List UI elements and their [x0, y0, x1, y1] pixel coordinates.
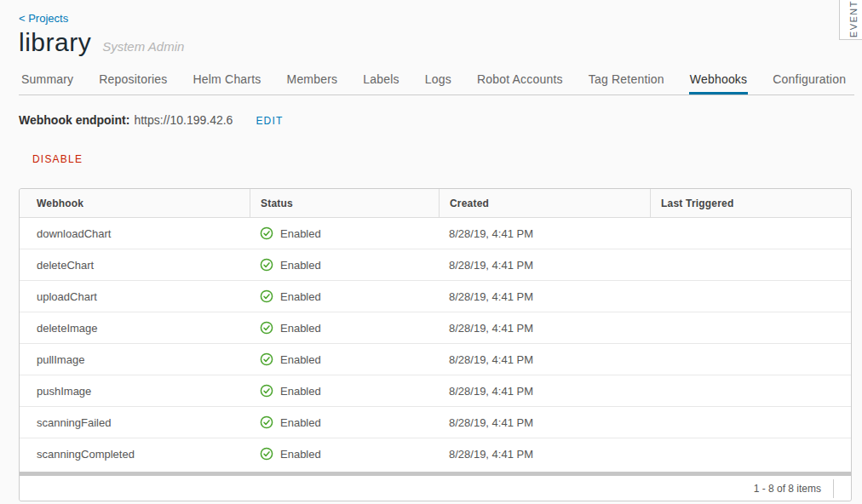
webhook-name-cell: pushImage: [20, 385, 250, 398]
success-check-icon: [260, 226, 273, 240]
endpoint-value: https://10.199.42.6: [134, 113, 233, 127]
column-header-created: Created: [439, 189, 650, 217]
success-check-icon: [260, 258, 273, 272]
webhook-created-cell: 8/28/19, 4:41 PM: [439, 290, 650, 303]
webhook-endpoint-row: Webhook endpoint: https://10.199.42.6 ED…: [19, 113, 862, 127]
table-row: downloadChart Enabled 8/28/19, 4:41 PM: [20, 218, 851, 249]
table-body: downloadChart Enabled 8/28/19, 4:41 PM d…: [20, 218, 851, 469]
tab-webhooks[interactable]: Webhooks: [689, 68, 749, 94]
event-log-flyout-tab[interactable]: EVENT: [839, 0, 862, 40]
tab-summary[interactable]: Summary: [20, 68, 74, 94]
webhook-status-text: Enabled: [280, 322, 321, 335]
webhook-name-cell: pullImage: [20, 353, 250, 366]
webhook-created-cell: 8/28/19, 4:41 PM: [439, 322, 650, 335]
page-title: library: [19, 28, 91, 57]
webhook-status-cell: Enabled: [250, 384, 439, 398]
footer-divider: [833, 479, 834, 498]
webhook-status-text: Enabled: [280, 290, 321, 303]
webhook-status-cell: Enabled: [250, 226, 439, 240]
column-header-last-triggered: Last Triggered: [650, 189, 851, 217]
edit-endpoint-button[interactable]: EDIT: [256, 115, 283, 127]
webhook-created-cell: 8/28/19, 4:41 PM: [439, 259, 650, 272]
webhook-name-cell: uploadChart: [20, 290, 250, 303]
tab-logs[interactable]: Logs: [424, 68, 452, 94]
column-header-webhook: Webhook: [20, 189, 250, 217]
webhook-created-cell: 8/28/19, 4:41 PM: [439, 353, 650, 366]
webhook-name-cell: deleteChart: [20, 259, 250, 272]
webhook-status-text: Enabled: [280, 227, 321, 240]
success-check-icon: [260, 384, 273, 398]
table-row: scanningFailed Enabled 8/28/19, 4:41 PM: [20, 406, 851, 438]
table-footer: 1 - 8 of 8 items: [20, 476, 851, 501]
table-row: pushImage Enabled 8/28/19, 4:41 PM: [20, 375, 851, 406]
webhook-status-cell: Enabled: [250, 415, 439, 429]
webhook-status-cell: Enabled: [250, 352, 439, 366]
table-row: uploadChart Enabled 8/28/19, 4:41 PM: [20, 280, 851, 312]
success-check-icon: [260, 289, 273, 303]
tab-configuration[interactable]: Configuration: [772, 68, 847, 94]
table-row: deleteChart Enabled 8/28/19, 4:41 PM: [20, 249, 851, 280]
webhook-created-cell: 8/28/19, 4:41 PM: [439, 385, 650, 398]
page-subtitle: System Admin: [102, 39, 184, 54]
webhook-status-cell: Enabled: [250, 447, 439, 461]
webhook-created-cell: 8/28/19, 4:41 PM: [439, 448, 650, 461]
webhook-status-text: Enabled: [280, 416, 321, 429]
webhook-status-cell: Enabled: [250, 289, 439, 303]
tab-tag-retention[interactable]: Tag Retention: [588, 68, 665, 94]
back-to-projects-link[interactable]: < Projects: [19, 12, 68, 25]
webhook-status-cell: Enabled: [250, 258, 439, 272]
tab-bar: SummaryRepositoriesHelm ChartsMembersLab…: [19, 68, 854, 95]
success-check-icon: [260, 352, 273, 366]
disable-button[interactable]: DISABLE: [32, 153, 83, 165]
tab-members[interactable]: Members: [286, 68, 339, 94]
tab-helm-charts[interactable]: Helm Charts: [193, 68, 262, 94]
page-header: library System Admin: [19, 28, 862, 57]
webhook-status-text: Enabled: [280, 385, 321, 398]
tab-repositories[interactable]: Repositories: [98, 68, 168, 94]
webhook-created-cell: 8/28/19, 4:41 PM: [439, 416, 650, 429]
webhook-status-text: Enabled: [280, 448, 321, 461]
tab-labels[interactable]: Labels: [362, 68, 399, 94]
webhook-name-cell: downloadChart: [20, 227, 250, 240]
tab-robot-accounts[interactable]: Robot Accounts: [476, 68, 564, 94]
table-row: scanningCompleted Enabled 8/28/19, 4:41 …: [20, 438, 851, 469]
webhook-status-cell: Enabled: [250, 321, 439, 335]
success-check-icon: [260, 447, 273, 461]
column-header-status: Status: [250, 189, 439, 217]
webhook-created-cell: 8/28/19, 4:41 PM: [439, 227, 650, 240]
main-content: < Projects library System Admin SummaryR…: [0, 0, 862, 501]
webhook-name-cell: scanningFailed: [20, 416, 250, 429]
success-check-icon: [260, 321, 273, 335]
items-count: 1 - 8 of 8 items: [754, 483, 821, 495]
webhook-name-cell: deleteImage: [20, 322, 250, 335]
webhook-status-text: Enabled: [280, 259, 321, 272]
webhooks-table: WebhookStatusCreatedLast Triggered downl…: [19, 188, 852, 501]
table-row: deleteImage Enabled 8/28/19, 4:41 PM: [20, 312, 851, 343]
table-row: pullImage Enabled 8/28/19, 4:41 PM: [20, 343, 851, 375]
event-log-flyout-label: EVENT: [848, 0, 859, 37]
success-check-icon: [260, 415, 273, 429]
endpoint-label: Webhook endpoint:: [19, 113, 129, 127]
webhook-status-text: Enabled: [280, 353, 321, 366]
webhook-name-cell: scanningCompleted: [20, 448, 250, 461]
table-header: WebhookStatusCreatedLast Triggered: [20, 189, 851, 218]
